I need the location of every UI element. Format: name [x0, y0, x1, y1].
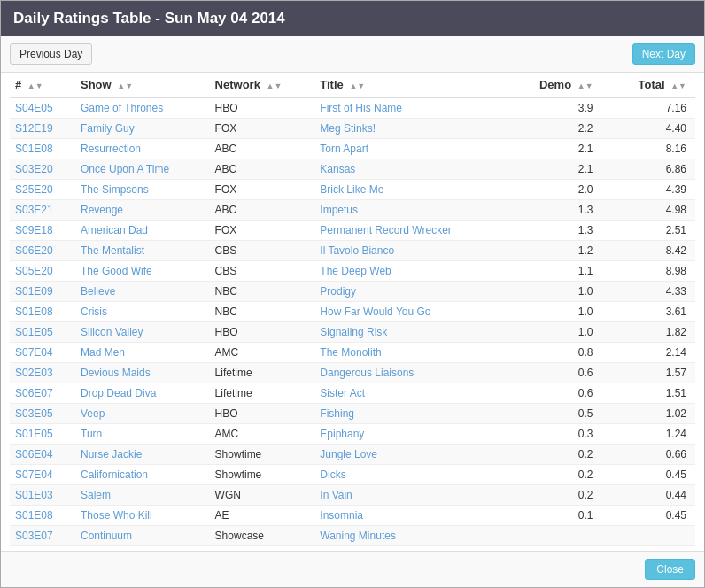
ep-cell: S03E21	[10, 200, 75, 220]
demo-cell: 0.8	[507, 343, 610, 363]
show-cell: Revenge	[75, 200, 210, 220]
ep-cell: S01E05	[10, 424, 75, 445]
table-row: S01E08ResurrectionABCTorn Apart2.18.16	[10, 139, 695, 159]
table-row: S01E05TurnAMCEpiphany0.31.24	[10, 424, 695, 445]
title-cell: The Monolith	[314, 343, 507, 363]
table-row: S06E04Nurse JackieShowtimeJungle Love0.2…	[10, 445, 695, 465]
ep-cell: S01E09	[10, 282, 75, 302]
total-cell: 8.16	[611, 139, 695, 159]
network-cell: ABC	[210, 200, 315, 220]
col-header-demo[interactable]: Demo ▲▼	[507, 73, 610, 97]
total-cell: 2.14	[611, 343, 695, 363]
col-header-show[interactable]: Show ▲▼	[75, 73, 210, 97]
page-title: Daily Ratings Table - Sun May 04 2014	[13, 10, 285, 27]
title-cell: Permanent Record Wrecker	[314, 220, 507, 241]
ep-cell: S06E20	[10, 241, 75, 261]
ep-cell: S01E03	[10, 485, 75, 506]
show-cell: Californication	[75, 465, 210, 485]
network-cell: ABC	[210, 159, 315, 180]
total-cell: 0.45	[611, 506, 695, 526]
total-cell: 8.98	[611, 261, 695, 282]
show-cell: Devious Maids	[75, 363, 210, 383]
table-row: S04E05Game of ThronesHBOFirst of His Nam…	[10, 97, 695, 119]
demo-cell: 1.3	[507, 200, 610, 220]
ep-cell: S06E07	[10, 383, 75, 404]
col-header-total[interactable]: Total ▲▼	[611, 73, 695, 97]
table-row: S01E08Those Who KillAEInsomnia0.10.45	[10, 506, 695, 526]
total-cell: 0.66	[611, 445, 695, 465]
network-cell: HBO	[210, 404, 315, 424]
network-cell: Lifetime	[210, 383, 315, 404]
network-cell: AE	[210, 506, 315, 526]
ep-cell: S01E08	[10, 302, 75, 322]
title-cell: Fishing	[314, 404, 507, 424]
ep-cell: S05E20	[10, 261, 75, 282]
page-header: Daily Ratings Table - Sun May 04 2014	[1, 1, 704, 36]
demo-cell: 2.1	[507, 159, 610, 180]
total-cell: 1.24	[611, 424, 695, 445]
demo-cell: 1.0	[507, 302, 610, 322]
total-cell: 1.51	[611, 383, 695, 404]
ep-cell: S01E08	[10, 506, 75, 526]
show-cell: Once Upon A Time	[75, 159, 210, 180]
table-row: S03E20Once Upon A TimeABCKansas2.16.86	[10, 159, 695, 180]
title-cell: Waning Minutes	[314, 526, 507, 546]
ratings-table: # ▲▼ Show ▲▼ Network ▲▼ Title ▲▼ Demo ▲▼…	[10, 73, 695, 546]
show-cell: Resurrection	[75, 139, 210, 159]
col-header-ep[interactable]: # ▲▼	[10, 73, 75, 97]
network-cell: AMC	[210, 424, 315, 445]
network-cell: Showtime	[210, 445, 315, 465]
show-cell: Turn	[75, 424, 210, 445]
demo-cell: 2.0	[507, 180, 610, 200]
show-cell: The Good Wife	[75, 261, 210, 282]
ep-cell: S06E04	[10, 445, 75, 465]
sort-icon-network: ▲▼	[267, 81, 283, 90]
demo-cell: 0.3	[507, 424, 610, 445]
network-cell: Lifetime	[210, 363, 315, 383]
total-cell: 3.61	[611, 302, 695, 322]
title-cell: Dangerous Liaisons	[314, 363, 507, 383]
show-cell: The Simpsons	[75, 180, 210, 200]
table-row: S06E07Drop Dead DivaLifetimeSister Act0.…	[10, 383, 695, 404]
prev-day-button[interactable]: Previous Day	[10, 43, 92, 65]
demo-cell: 0.2	[507, 485, 610, 506]
ep-cell: S04E05	[10, 97, 75, 119]
demo-cell: 0.5	[507, 404, 610, 424]
table-row: S07E04Mad MenAMCThe Monolith0.82.14	[10, 343, 695, 363]
show-cell: Family Guy	[75, 119, 210, 139]
ep-cell: S25E20	[10, 180, 75, 200]
ep-cell: S07E04	[10, 343, 75, 363]
col-header-title[interactable]: Title ▲▼	[314, 73, 507, 97]
title-cell: Insomnia	[314, 506, 507, 526]
ep-cell: S09E18	[10, 220, 75, 241]
show-cell: Those Who Kill	[75, 506, 210, 526]
demo-cell: 1.0	[507, 322, 610, 343]
demo-cell: 2.1	[507, 139, 610, 159]
title-cell: Kansas	[314, 159, 507, 180]
title-cell: Jungle Love	[314, 445, 507, 465]
total-cell: 4.39	[611, 180, 695, 200]
network-cell: CBS	[210, 261, 315, 282]
col-header-network[interactable]: Network ▲▼	[210, 73, 315, 97]
next-day-button[interactable]: Next Day	[632, 43, 695, 65]
demo-cell: 0.6	[507, 383, 610, 404]
table-row: S02E03Devious MaidsLifetimeDangerous Lia…	[10, 363, 695, 383]
total-cell: 1.02	[611, 404, 695, 424]
main-window: Daily Ratings Table - Sun May 04 2014 Pr…	[0, 0, 705, 588]
ep-cell: S03E20	[10, 159, 75, 180]
title-cell: Prodigy	[314, 282, 507, 302]
table-row: S01E09BelieveNBCProdigy1.04.33	[10, 282, 695, 302]
close-button[interactable]: Close	[645, 559, 695, 580]
title-cell: Impetus	[314, 200, 507, 220]
total-cell: 4.40	[611, 119, 695, 139]
network-cell: WGN	[210, 485, 315, 506]
footer: Close	[1, 551, 704, 587]
table-row: S25E20The SimpsonsFOXBrick Like Me2.04.3…	[10, 180, 695, 200]
table-row: S12E19Family GuyFOXMeg Stinks!2.24.40	[10, 119, 695, 139]
sort-icon-demo: ▲▼	[577, 81, 593, 90]
network-cell: Showtime	[210, 465, 315, 485]
title-cell: Signaling Risk	[314, 322, 507, 343]
network-cell: NBC	[210, 282, 315, 302]
total-cell: 4.33	[611, 282, 695, 302]
toolbar: Previous Day Next Day	[1, 36, 704, 73]
